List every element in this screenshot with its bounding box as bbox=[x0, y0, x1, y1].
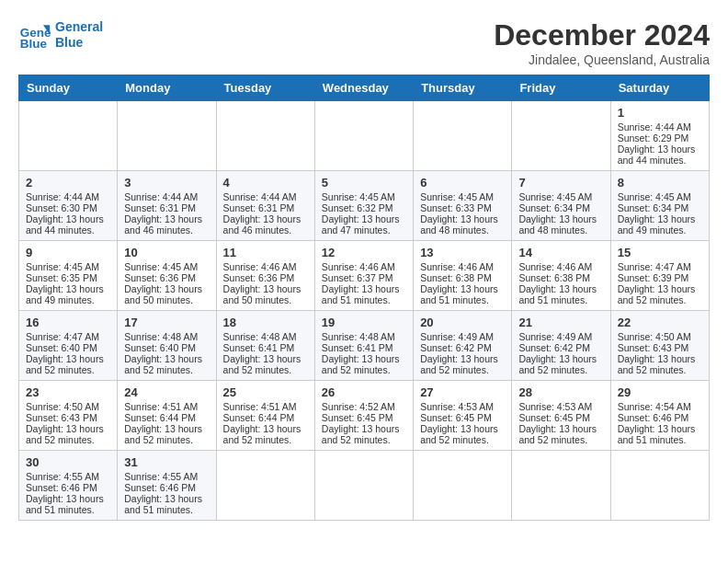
header-monday: Monday bbox=[118, 75, 216, 101]
cell-line: and 50 minutes. bbox=[124, 294, 193, 305]
cell-line: Sunrise: 4:47 AM bbox=[618, 261, 691, 272]
calendar-cell: 18Sunrise: 4:48 AMSunset: 6:41 PMDayligh… bbox=[216, 311, 314, 381]
calendar-cell: 1Sunrise: 4:44 AMSunset: 6:29 PMDaylight… bbox=[610, 101, 709, 171]
cell-line: Daylight: 13 hours bbox=[322, 283, 400, 294]
day-number: 23 bbox=[26, 385, 110, 399]
calendar-cell: 15Sunrise: 4:47 AMSunset: 6:39 PMDayligh… bbox=[610, 241, 709, 311]
svg-text:Blue: Blue bbox=[20, 37, 48, 51]
calendar-week-5: 23Sunrise: 4:50 AMSunset: 6:43 PMDayligh… bbox=[19, 381, 710, 451]
cell-line: Daylight: 13 hours bbox=[124, 283, 202, 294]
cell-line: and 52 minutes. bbox=[124, 364, 193, 375]
cell-line: Daylight: 13 hours bbox=[223, 283, 301, 294]
cell-line: Sunset: 6:33 PM bbox=[420, 202, 492, 213]
cell-line: and 50 minutes. bbox=[223, 294, 292, 305]
cell-line: Sunset: 6:32 PM bbox=[322, 202, 393, 213]
calendar-cell bbox=[512, 451, 610, 521]
cell-line: Sunrise: 4:48 AM bbox=[124, 331, 198, 342]
day-number: 15 bbox=[618, 246, 702, 259]
cell-line: Sunrise: 4:53 AM bbox=[420, 401, 494, 412]
calendar-week-4: 16Sunrise: 4:47 AMSunset: 6:40 PMDayligh… bbox=[19, 311, 710, 381]
day-number: 29 bbox=[618, 385, 702, 399]
calendar-cell bbox=[414, 101, 512, 171]
cell-line: Sunset: 6:45 PM bbox=[322, 412, 393, 423]
day-number: 22 bbox=[618, 316, 702, 329]
cell-line: Sunrise: 4:44 AM bbox=[26, 191, 99, 202]
day-number: 3 bbox=[124, 176, 209, 190]
cell-line: Daylight: 13 hours bbox=[124, 423, 202, 434]
calendar-cell: 24Sunrise: 4:51 AMSunset: 6:44 PMDayligh… bbox=[118, 381, 216, 451]
calendar-cell: 16Sunrise: 4:47 AMSunset: 6:40 PMDayligh… bbox=[19, 311, 118, 381]
cell-line: and 52 minutes. bbox=[322, 434, 391, 445]
cell-line: Sunset: 6:46 PM bbox=[618, 412, 689, 423]
cell-line: Daylight: 13 hours bbox=[223, 423, 301, 434]
calendar-cell: 3Sunrise: 4:44 AMSunset: 6:31 PMDaylight… bbox=[118, 171, 216, 241]
day-number: 24 bbox=[124, 385, 209, 399]
calendar-cell: 19Sunrise: 4:48 AMSunset: 6:41 PMDayligh… bbox=[314, 311, 413, 381]
cell-line: Sunset: 6:42 PM bbox=[420, 342, 492, 353]
calendar-cell: 27Sunrise: 4:53 AMSunset: 6:45 PMDayligh… bbox=[414, 381, 512, 451]
cell-line: Daylight: 13 hours bbox=[124, 353, 202, 364]
calendar-cell bbox=[118, 101, 216, 171]
calendar-cell: 29Sunrise: 4:54 AMSunset: 6:46 PMDayligh… bbox=[610, 381, 709, 451]
cell-line: Daylight: 13 hours bbox=[420, 353, 498, 364]
calendar-cell: 17Sunrise: 4:48 AMSunset: 6:40 PMDayligh… bbox=[118, 311, 216, 381]
cell-line: Sunset: 6:36 PM bbox=[223, 272, 295, 283]
day-number: 18 bbox=[223, 316, 308, 329]
cell-line: Sunset: 6:30 PM bbox=[26, 202, 97, 213]
cell-line: and 52 minutes. bbox=[322, 364, 391, 375]
cell-line: Sunset: 6:46 PM bbox=[124, 482, 196, 493]
cell-line: Daylight: 13 hours bbox=[518, 213, 597, 224]
logo-line2: Blue bbox=[55, 35, 103, 51]
cell-line: Sunset: 6:31 PM bbox=[124, 202, 196, 213]
cell-line: Daylight: 13 hours bbox=[124, 213, 202, 224]
cell-line: and 51 minutes. bbox=[124, 504, 193, 515]
cell-line: Sunset: 6:29 PM bbox=[618, 132, 689, 144]
cell-line: Sunset: 6:39 PM bbox=[618, 272, 689, 283]
cell-line: Sunset: 6:37 PM bbox=[322, 272, 393, 283]
cell-line: Sunrise: 4:55 AM bbox=[26, 471, 99, 482]
calendar-cell bbox=[216, 101, 314, 171]
cell-line: Daylight: 13 hours bbox=[26, 283, 104, 294]
header-saturday: Saturday bbox=[610, 75, 709, 101]
day-number: 20 bbox=[420, 316, 505, 329]
cell-line: and 48 minutes. bbox=[518, 224, 587, 236]
header-friday: Friday bbox=[512, 75, 610, 101]
cell-line: and 52 minutes. bbox=[518, 434, 587, 445]
calendar-cell: 10Sunrise: 4:45 AMSunset: 6:36 PMDayligh… bbox=[118, 241, 216, 311]
cell-line: Sunset: 6:45 PM bbox=[420, 412, 492, 423]
cell-line: Daylight: 13 hours bbox=[420, 213, 498, 224]
calendar-cell: 26Sunrise: 4:52 AMSunset: 6:45 PMDayligh… bbox=[314, 381, 413, 451]
cell-line: Daylight: 13 hours bbox=[518, 283, 597, 294]
cell-line: Sunrise: 4:44 AM bbox=[223, 191, 297, 202]
calendar-week-6: 30Sunrise: 4:55 AMSunset: 6:46 PMDayligh… bbox=[19, 451, 710, 521]
day-number: 31 bbox=[124, 455, 209, 469]
cell-line: Sunrise: 4:54 AM bbox=[618, 401, 691, 412]
calendar-cell bbox=[610, 451, 709, 521]
calendar-cell bbox=[216, 451, 314, 521]
cell-line: Sunrise: 4:46 AM bbox=[322, 261, 395, 272]
cell-line: and 48 minutes. bbox=[420, 224, 489, 236]
cell-line: Daylight: 13 hours bbox=[518, 353, 597, 364]
title-area: December 2024 Jindalee, Queensland, Aust… bbox=[494, 18, 710, 67]
day-number: 1 bbox=[618, 106, 702, 120]
cell-line: and 49 minutes. bbox=[618, 224, 687, 236]
cell-line: Daylight: 13 hours bbox=[26, 493, 104, 504]
cell-line: Sunset: 6:36 PM bbox=[124, 272, 196, 283]
cell-line: Sunset: 6:38 PM bbox=[518, 272, 590, 283]
calendar-cell: 2Sunrise: 4:44 AMSunset: 6:30 PMDaylight… bbox=[19, 171, 118, 241]
cell-line: Daylight: 13 hours bbox=[420, 283, 498, 294]
month-title: December 2024 bbox=[494, 18, 710, 52]
cell-line: Sunset: 6:38 PM bbox=[420, 272, 492, 283]
cell-line: Sunset: 6:43 PM bbox=[618, 342, 689, 353]
calendar-cell: 22Sunrise: 4:50 AMSunset: 6:43 PMDayligh… bbox=[610, 311, 709, 381]
cell-line: Sunset: 6:34 PM bbox=[618, 202, 689, 213]
cell-line: Sunrise: 4:45 AM bbox=[518, 191, 592, 202]
day-number: 16 bbox=[26, 316, 110, 329]
cell-line: and 51 minutes. bbox=[518, 294, 587, 305]
cell-line: Sunrise: 4:52 AM bbox=[322, 401, 395, 412]
cell-line: Daylight: 13 hours bbox=[618, 144, 696, 155]
calendar-cell: 9Sunrise: 4:45 AMSunset: 6:35 PMDaylight… bbox=[19, 241, 118, 311]
cell-line: Daylight: 13 hours bbox=[322, 423, 400, 434]
cell-line: and 51 minutes. bbox=[322, 294, 391, 305]
day-number: 5 bbox=[322, 176, 406, 190]
